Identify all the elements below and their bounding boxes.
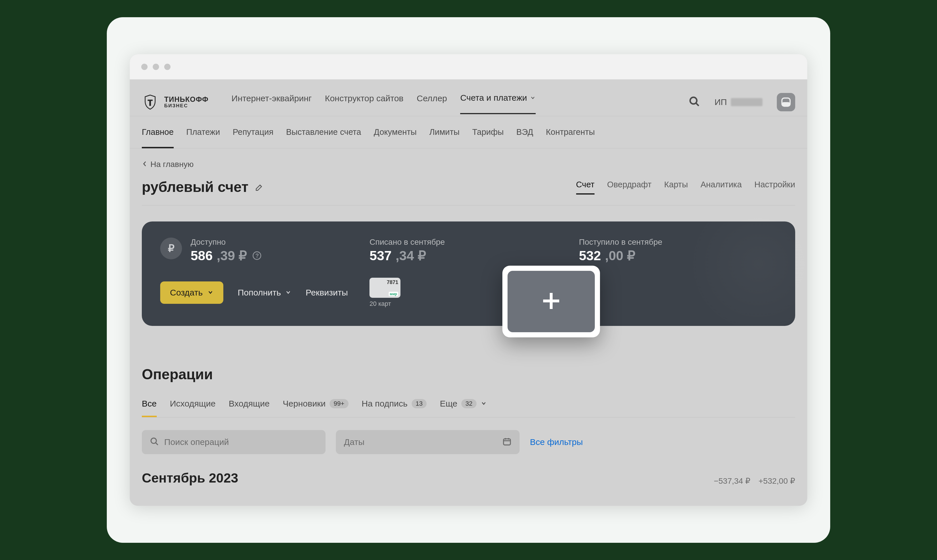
month-in: +532,00 ₽ [758,476,795,486]
details-link[interactable]: Реквизиты [306,288,348,297]
tab-cards[interactable]: Карты [664,180,688,194]
all-filters-link[interactable]: Все фильтры [530,437,583,447]
ops-tab-in[interactable]: Входящие [229,399,270,417]
available-label: Доступно [191,237,261,247]
topnav-item-acquiring[interactable]: Интернет-эквайринг [231,91,311,114]
in-label: Поступило в сентябре [579,237,777,247]
page-title: рублевый счет [142,179,248,195]
top-nav: ТИНЬКОФФ БИЗНЕС Интернет-эквайринг Конст… [130,80,807,116]
ops-tab-more-label: Еще [440,399,457,409]
calendar-icon [502,437,512,447]
user-prefix: ИП [715,97,727,107]
create-button[interactable]: Создать [160,282,223,304]
out-int: 537 [370,248,391,263]
dates-field[interactable] [336,430,519,454]
dates-input[interactable] [344,437,497,447]
brand-crest-icon [142,94,159,111]
tab-account[interactable]: Счет [576,180,595,194]
card-system: мир [389,292,398,296]
card-last4: 7871 [387,279,398,285]
topnav-item-accounts-label: Счета и платежи [460,93,527,103]
help-icon[interactable]: ? [253,251,261,260]
search-field[interactable] [142,430,325,454]
topnav-item-seller[interactable]: Селлер [417,91,447,114]
svg-line-1 [696,103,699,106]
user-name-redacted [731,98,763,106]
page-content: На главную рублевый счет Счет Овердрафт … [130,148,807,506]
subnav-item-partners[interactable]: Контрагенты [546,116,595,148]
subnav-item-docs[interactable]: Документы [374,116,417,148]
subnav-item-main[interactable]: Главное [142,116,174,148]
brand-text: ТИНЬКОФФ БИЗНЕС [164,95,208,108]
available-amount: 586,39 ₽ ? [191,248,261,263]
edit-icon[interactable] [254,179,264,195]
details-link-label: Реквизиты [306,288,348,297]
svg-point-6 [151,438,156,443]
topup-link[interactable]: Пополнить [238,288,291,297]
plus-icon [540,289,563,314]
tab-settings[interactable]: Настройки [754,180,795,194]
back-link[interactable]: На главную [142,160,795,169]
brand-line2: БИЗНЕС [164,103,208,108]
chevron-down-icon [207,288,214,297]
ops-title: Операции [142,366,795,383]
tab-analytics[interactable]: Аналитика [700,180,742,194]
traffic-light-min[interactable] [153,64,159,70]
app-window: ТИНЬКОФФ БИЗНЕС Интернет-эквайринг Конст… [130,54,807,506]
ops-tab-sign-label: На подпись [362,399,408,409]
brand-line1: ТИНЬКОФФ [164,95,208,103]
chevron-left-icon [142,160,148,169]
in-int: 532 [579,248,601,263]
subnav-item-reputation[interactable]: Репутация [233,116,273,148]
out-label: Списано в сентябре [370,237,567,247]
user-chip[interactable]: ИП [715,97,763,107]
topnav-item-accounts[interactable]: Счета и платежи [460,90,536,114]
out-frac: ,34 ₽ [396,248,426,263]
ops-tab-out[interactable]: Исходящие [170,399,216,417]
traffic-light-close[interactable] [141,64,148,70]
ruble-icon: ₽ [160,237,182,259]
month-out: −537,34 ₽ [714,476,751,486]
available-int: 586 [191,248,213,263]
ops-more-badge: 32 [461,399,476,408]
chevron-down-icon [285,288,291,297]
subnav-item-ved[interactable]: ВЭД [516,116,533,148]
add-card-tile[interactable] [507,271,595,332]
create-button-label: Создать [170,288,203,297]
chevron-down-icon [530,93,536,103]
subnav-item-invoice[interactable]: Выставление счета [286,116,361,148]
topnav-item-sitebuilder[interactable]: Конструктор сайтов [325,91,404,114]
ops-tab-drafts[interactable]: Черновики 99+ [283,399,348,417]
apps-icon[interactable] [777,93,795,111]
balance-panel: ₽ Доступно 586,39 ₽ ? Списано в сентябре… [142,222,795,326]
ops-drafts-badge: 99+ [330,399,348,408]
svg-line-7 [156,443,158,445]
ops-tab-drafts-label: Черновики [283,399,325,409]
tab-overdraft[interactable]: Овердрафт [607,180,652,194]
ops-tab-all[interactable]: Все [142,399,157,417]
topup-link-label: Пополнить [238,288,281,297]
month-title: Сентябрь 2023 [142,470,238,486]
subnav-item-limits[interactable]: Лимиты [429,116,459,148]
ops-tab-more[interactable]: Еще 32 [440,399,487,417]
in-frac: ,00 ₽ [605,248,635,263]
search-input[interactable] [164,437,317,447]
back-link-label: На главную [150,160,194,169]
ops-tab-sign[interactable]: На подпись 13 [362,399,427,417]
chevron-down-icon [481,399,487,409]
out-amount: 537,34 ₽ [370,248,567,263]
sub-nav: Главное Платежи Репутация Выставление сч… [130,116,807,148]
ops-sign-badge: 13 [411,399,427,408]
brand-logo[interactable]: ТИНЬКОФФ БИЗНЕС [142,94,208,111]
add-card-callout[interactable] [502,266,600,337]
svg-rect-8 [504,439,510,445]
traffic-light-max[interactable] [164,64,171,70]
subnav-item-payments[interactable]: Платежи [186,116,220,148]
search-icon [150,437,159,447]
subnav-item-tariffs[interactable]: Тарифы [472,116,504,148]
search-icon[interactable] [689,96,700,108]
available-frac: ,39 ₽ [217,248,247,263]
card-mini[interactable]: 7871 мир [370,278,401,298]
svg-rect-3 [782,102,790,106]
svg-point-0 [690,97,697,104]
